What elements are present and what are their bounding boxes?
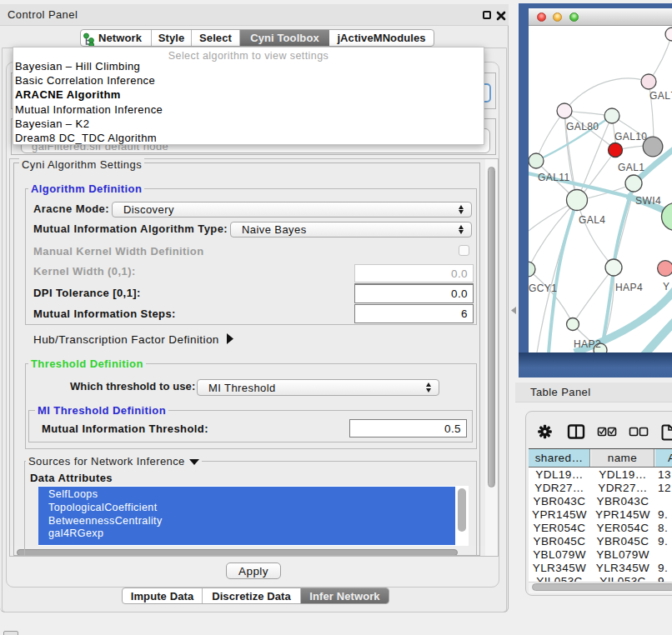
svg-text:GAL1: GAL1 [618,162,644,173]
svg-text:HAP2: HAP2 [574,338,601,350]
svg-text:GAL11: GAL11 [538,172,570,183]
svg-text:SWI4: SWI4 [635,195,661,207]
svg-text:GAL10: GAL10 [614,131,647,142]
svg-text:GAL4: GAL4 [579,214,605,226]
svg-text:GCY1: GCY1 [529,282,557,294]
svg-text:GAL7: GAL7 [649,90,672,102]
svg-text:GAL80: GAL80 [566,121,599,132]
svg-text:Y: Y [663,281,669,292]
svg-text:HAP4: HAP4 [615,282,643,293]
